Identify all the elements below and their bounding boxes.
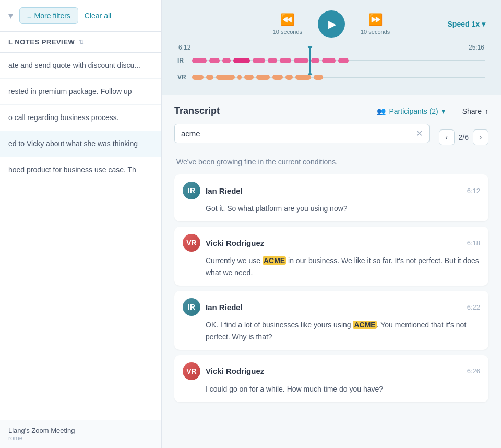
message-content: Got it. So what platform are you using n… bbox=[206, 204, 348, 213]
segment bbox=[285, 75, 293, 80]
filter-icon: ≡ bbox=[27, 12, 31, 20]
message-header: IR Ian Riedel 6:22 bbox=[183, 298, 480, 316]
share-button[interactable]: Share ↑ bbox=[462, 107, 488, 115]
message-header: IR Ian Riedel 6:12 bbox=[183, 182, 480, 199]
participants-chevron-icon: ▾ bbox=[442, 107, 445, 115]
ir-track-content bbox=[192, 53, 485, 68]
transcript-title: Transcript bbox=[174, 105, 220, 116]
segment bbox=[295, 75, 311, 80]
search-input[interactable] bbox=[181, 129, 412, 138]
sort-icon[interactable]: ⇅ bbox=[79, 39, 84, 46]
highlighted-word: ACME bbox=[353, 321, 376, 329]
message-card: VR Vicki Rodriguez 6:18 Currently we use… bbox=[174, 227, 488, 286]
list-item[interactable]: ate and send quote with discount discu..… bbox=[0, 53, 161, 79]
message-text: Got it. So what platform are you using n… bbox=[183, 203, 480, 214]
segment bbox=[206, 75, 213, 80]
message-text: I could go on for a while. How much time… bbox=[183, 383, 480, 395]
message-text-before: OK. I find a lot of businesses like your… bbox=[206, 321, 353, 329]
message-card: IR Ian Riedel 6:22 OK. I find a lot of b… bbox=[174, 291, 488, 350]
list-item[interactable]: rested in premium package. Follow up bbox=[0, 79, 161, 105]
message-time: 6:18 bbox=[467, 239, 480, 247]
play-button[interactable]: ▶ bbox=[318, 10, 345, 38]
skip-back-icon: ⏪ bbox=[280, 13, 294, 27]
segment bbox=[222, 58, 231, 63]
sender-name: Ian Riedel bbox=[206, 186, 243, 195]
filter-bar: ▾ ≡ More filters Clear all bbox=[0, 0, 161, 32]
avatar: IR bbox=[183, 298, 200, 316]
note-text: rested in premium package. Follow up bbox=[8, 87, 132, 96]
search-next-button[interactable]: › bbox=[473, 129, 488, 145]
segment bbox=[237, 75, 242, 80]
list-item[interactable]: o call regarding business process. bbox=[0, 105, 161, 131]
message-sender: VR Vicki Rodriguez bbox=[183, 234, 264, 252]
vr-track[interactable]: VR bbox=[177, 70, 485, 85]
participants-button[interactable]: 👥 Participants (2) ▾ bbox=[377, 107, 445, 115]
ir-segments bbox=[192, 53, 485, 68]
avatar: VR bbox=[183, 234, 200, 252]
ir-track[interactable]: IR bbox=[177, 53, 485, 68]
transcript-section: Transcript 👥 Participants (2) ▾ Share ↑ … bbox=[162, 95, 501, 448]
avatar: IR bbox=[183, 182, 200, 199]
speed-control[interactable]: Speed 1x ▾ bbox=[448, 20, 485, 28]
message-sender: IR Ian Riedel bbox=[183, 182, 243, 199]
segment bbox=[322, 58, 336, 63]
vr-track-content bbox=[192, 70, 485, 85]
speed-chevron-icon: ▾ bbox=[482, 20, 485, 28]
ir-label: IR bbox=[177, 57, 192, 64]
message-card: IR Ian Riedel 6:12 Got it. So what platf… bbox=[174, 174, 488, 221]
note-text: o call regarding business process. bbox=[8, 113, 119, 122]
share-icon: ↑ bbox=[485, 107, 488, 115]
highlighted-word: ACME bbox=[263, 256, 286, 265]
note-text: hoed product for business use case. Th bbox=[8, 166, 136, 174]
segment bbox=[216, 75, 235, 80]
player-controls: ⏪ 10 seconds ▶ ⏩ 10 seconds Speed 1x ▾ bbox=[177, 10, 485, 38]
message-header: VR Vicki Rodriguez 6:26 bbox=[183, 362, 480, 380]
search-clear-button[interactable]: ✕ bbox=[416, 128, 423, 138]
segment bbox=[256, 75, 270, 80]
skip-back-button[interactable]: ⏪ 10 seconds bbox=[273, 13, 302, 35]
vr-segments bbox=[192, 70, 485, 85]
meeting-subtitle: rome bbox=[8, 434, 153, 442]
search-navigation: ‹ 2/6 › bbox=[439, 129, 488, 145]
segment bbox=[294, 58, 308, 63]
segment bbox=[280, 58, 291, 63]
audio-section: ⏪ 10 seconds ▶ ⏩ 10 seconds Speed 1x ▾ 6… bbox=[162, 0, 501, 95]
participants-label: Participants (2) bbox=[389, 107, 438, 115]
filter-dropdown-icon[interactable]: ▾ bbox=[8, 10, 13, 21]
skip-forward-button[interactable]: ⏩ 10 seconds bbox=[361, 13, 390, 35]
timeline-area: 6:12 25:16 IR bbox=[177, 44, 485, 85]
list-item[interactable]: ed to Vicky about what she was thinking bbox=[0, 131, 161, 157]
participants-icon: 👥 bbox=[377, 107, 386, 115]
segment bbox=[314, 75, 323, 80]
time-start: 6:12 bbox=[178, 44, 190, 51]
notes-list: ate and send quote with discount discu..… bbox=[0, 53, 161, 420]
segment bbox=[268, 58, 277, 63]
message-text-before: Currently we use bbox=[206, 256, 263, 265]
note-text: ed to Vicky about what she was thinking bbox=[8, 139, 138, 148]
meeting-footer: Liang's Zoom Meeting rome bbox=[0, 420, 161, 448]
left-panel: ▾ ≡ More filters Clear all L NOTES PREVI… bbox=[0, 0, 162, 448]
search-prev-button[interactable]: ‹ bbox=[439, 129, 455, 145]
transcript-intro: We've been growing fine in the current c… bbox=[174, 158, 488, 166]
more-filters-button[interactable]: ≡ More filters bbox=[19, 7, 78, 24]
notes-header-label: L NOTES PREVIEW bbox=[8, 38, 75, 46]
right-panel: ⏪ 10 seconds ▶ ⏩ 10 seconds Speed 1x ▾ 6… bbox=[162, 0, 501, 448]
search-bar: ✕ bbox=[174, 124, 430, 143]
message-sender: VR Vicki Rodriguez bbox=[183, 362, 264, 380]
message-time: 6:26 bbox=[467, 367, 480, 375]
vr-label: VR bbox=[177, 74, 192, 81]
message-time: 6:12 bbox=[467, 187, 480, 195]
segment bbox=[311, 58, 319, 63]
message-text: Currently we use ACME in our business. W… bbox=[183, 255, 480, 278]
sender-name: Vicki Rodriguez bbox=[206, 239, 264, 247]
clear-all-button[interactable]: Clear all bbox=[85, 11, 111, 20]
divider bbox=[454, 106, 454, 116]
timeline-cursor[interactable] bbox=[309, 49, 311, 72]
message-card: VR Vicki Rodriguez 6:26 I could go on fo… bbox=[174, 355, 488, 402]
skip-forward-icon: ⏩ bbox=[368, 13, 383, 27]
meeting-title: Liang's Zoom Meeting bbox=[8, 427, 153, 434]
time-end: 25:16 bbox=[469, 44, 484, 51]
skip-forward-label: 10 seconds bbox=[361, 29, 390, 35]
message-sender: IR Ian Riedel bbox=[183, 298, 243, 316]
list-item[interactable]: hoed product for business use case. Th bbox=[0, 157, 161, 183]
